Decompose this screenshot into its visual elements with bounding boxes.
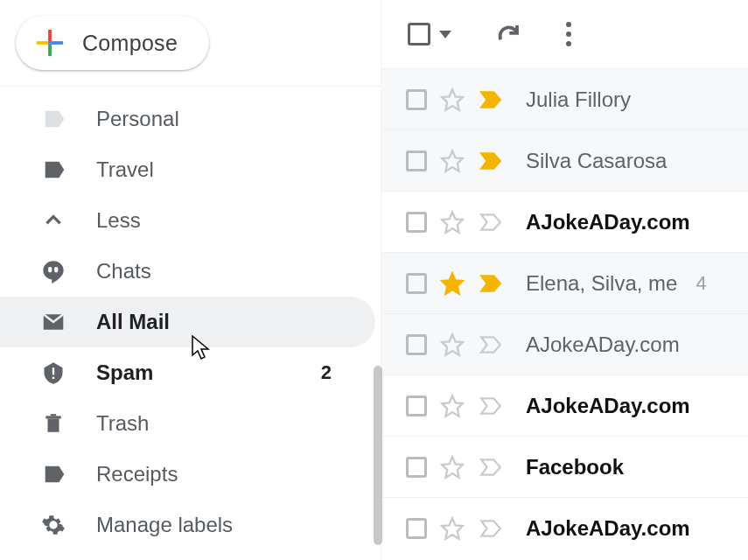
sidebar-item-label: Chats xyxy=(96,259,151,284)
sidebar-item-label: Personal xyxy=(96,107,179,131)
select-all-dropdown[interactable] xyxy=(408,23,451,46)
message-row[interactable]: Elena, Silva, me4 xyxy=(381,252,748,313)
sidebar-item-label: Receipts xyxy=(96,462,178,486)
star-icon[interactable] xyxy=(440,210,465,234)
row-checkbox[interactable] xyxy=(406,457,427,478)
star-icon[interactable] xyxy=(440,455,465,480)
svg-point-11 xyxy=(566,32,571,37)
sidebar-item-spam[interactable]: Spam 2 xyxy=(0,347,375,398)
svg-rect-5 xyxy=(48,267,52,272)
message-list: Julia FillorySilva CasarosaAJokeADay.com… xyxy=(381,68,748,558)
label-icon xyxy=(40,157,66,183)
svg-point-12 xyxy=(566,41,571,46)
more-button[interactable] xyxy=(565,21,572,47)
sidebar-item-personal[interactable]: Personal xyxy=(0,94,375,144)
sender-name: AJokeADay.com xyxy=(526,332,680,357)
sidebar-item-label: Spam xyxy=(96,360,153,385)
sidebar-item-label: Manage labels xyxy=(96,513,233,537)
label-icon xyxy=(40,461,66,487)
message-row[interactable]: Silva Casarosa xyxy=(381,130,748,191)
svg-rect-8 xyxy=(52,377,54,379)
chevron-down-icon xyxy=(439,31,451,38)
sidebar-item-less[interactable]: Less xyxy=(0,195,375,246)
svg-rect-0 xyxy=(48,30,52,41)
row-checkbox[interactable] xyxy=(406,273,427,294)
svg-rect-7 xyxy=(52,368,54,374)
plus-icon xyxy=(35,28,65,58)
refresh-button[interactable] xyxy=(495,21,521,47)
importance-marker-icon[interactable] xyxy=(478,272,504,295)
sidebar: Compose Personal Travel Less xyxy=(0,0,381,560)
importance-marker-icon[interactable] xyxy=(478,456,504,479)
sidebar-item-trash[interactable]: Trash xyxy=(0,398,375,449)
svg-marker-20 xyxy=(442,518,462,538)
row-checkbox[interactable] xyxy=(406,334,427,355)
sidebar-item-travel[interactable]: Travel xyxy=(0,144,375,195)
row-checkbox[interactable] xyxy=(406,89,427,110)
compose-label: Compose xyxy=(82,31,178,56)
toolbar xyxy=(381,0,748,68)
sidebar-item-label: Travel xyxy=(96,158,154,182)
svg-marker-18 xyxy=(442,396,462,416)
sender-name: Julia Fillory xyxy=(526,88,631,112)
message-row[interactable]: Julia Fillory xyxy=(381,68,748,130)
message-row[interactable]: AJokeADay.com xyxy=(381,374,748,436)
sender-name: AJokeADay.com xyxy=(526,210,690,234)
svg-marker-14 xyxy=(442,150,462,171)
svg-marker-17 xyxy=(442,334,462,354)
compose-button[interactable]: Compose xyxy=(16,16,209,70)
refresh-icon xyxy=(495,21,521,47)
svg-rect-3 xyxy=(52,41,63,45)
svg-point-10 xyxy=(566,22,571,27)
sidebar-item-all-mail[interactable]: All Mail xyxy=(0,297,375,347)
gear-icon xyxy=(40,512,66,538)
star-icon[interactable] xyxy=(440,394,465,418)
svg-marker-16 xyxy=(442,273,462,293)
scrollbar[interactable] xyxy=(374,366,382,545)
svg-marker-13 xyxy=(442,89,462,109)
checkbox-icon xyxy=(408,23,430,46)
sender-name: Elena, Silva, me xyxy=(526,271,677,296)
importance-marker-icon[interactable] xyxy=(478,88,504,111)
sidebar-item-manage-labels[interactable]: Manage labels xyxy=(0,500,375,550)
sender-name: AJokeADay.com xyxy=(526,394,690,418)
row-checkbox[interactable] xyxy=(406,518,427,539)
sidebar-item-chats[interactable]: Chats xyxy=(0,246,375,297)
spam-count: 2 xyxy=(321,361,332,384)
svg-marker-15 xyxy=(442,212,462,232)
trash-icon xyxy=(40,410,66,437)
spam-icon xyxy=(40,360,66,386)
sender-name: Silva Casarosa xyxy=(526,149,667,173)
message-row[interactable]: AJokeADay.com xyxy=(381,313,748,374)
star-icon[interactable] xyxy=(440,88,465,112)
mail-icon xyxy=(40,309,66,335)
thread-count: 4 xyxy=(696,272,706,295)
importance-marker-icon[interactable] xyxy=(478,517,504,540)
main-panel: Julia FillorySilva CasarosaAJokeADay.com… xyxy=(381,0,748,560)
importance-marker-icon[interactable] xyxy=(478,395,504,417)
star-icon[interactable] xyxy=(440,271,465,296)
row-checkbox[interactable] xyxy=(406,212,427,233)
importance-marker-icon[interactable] xyxy=(478,211,504,234)
sidebar-item-receipts[interactable]: Receipts xyxy=(0,449,375,500)
importance-marker-icon[interactable] xyxy=(478,150,504,172)
svg-marker-19 xyxy=(442,457,462,477)
sidebar-item-label: Trash xyxy=(96,411,149,436)
importance-marker-icon[interactable] xyxy=(478,333,504,356)
star-icon[interactable] xyxy=(440,332,465,357)
hangouts-icon xyxy=(40,258,66,284)
svg-rect-6 xyxy=(54,267,58,272)
sidebar-item-label: All Mail xyxy=(96,310,170,334)
svg-rect-2 xyxy=(37,41,48,45)
message-row[interactable]: AJokeADay.com xyxy=(381,191,748,252)
star-icon[interactable] xyxy=(440,149,465,173)
more-icon xyxy=(565,21,572,47)
svg-rect-1 xyxy=(48,45,52,56)
row-checkbox[interactable] xyxy=(406,396,427,416)
sender-name: Facebook xyxy=(526,455,624,480)
row-checkbox[interactable] xyxy=(406,150,427,172)
star-icon[interactable] xyxy=(440,516,465,541)
chevron-up-icon xyxy=(40,207,66,234)
message-row[interactable]: Facebook xyxy=(381,436,748,497)
message-row[interactable]: AJokeADay.com xyxy=(381,497,748,558)
